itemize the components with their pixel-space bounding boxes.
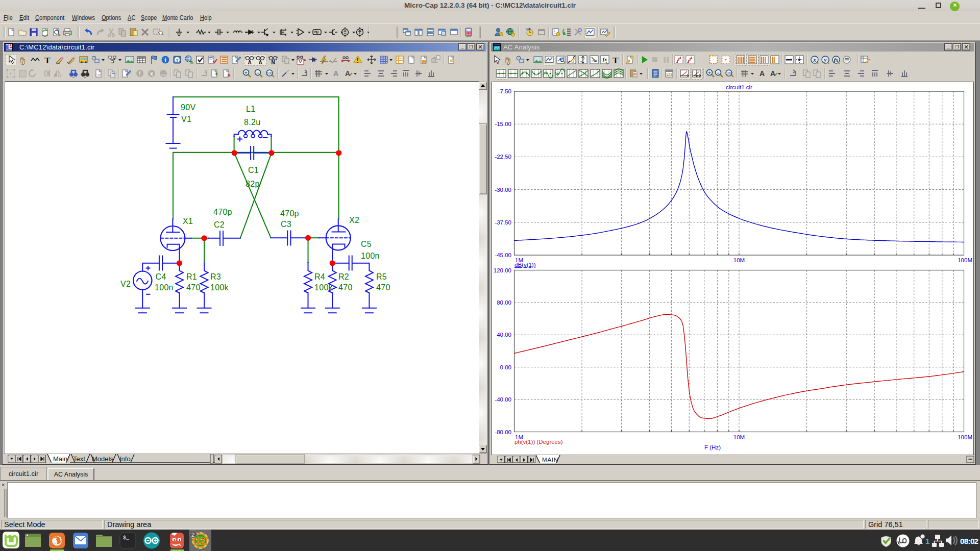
svg-text:A: A (248, 60, 251, 65)
svg-text:C4: C4 (156, 272, 166, 281)
svg-text:T: T (44, 56, 51, 65)
svg-text:$_: $_ (123, 535, 130, 541)
svg-text:-40.00: -40.00 (495, 396, 511, 403)
svg-text:-30.00: -30.00 (495, 187, 511, 193)
svg-text:8.2u: 8.2u (244, 118, 260, 127)
svg-text:V2: V2 (120, 280, 131, 288)
svg-text:-22.50: -22.50 (495, 154, 511, 160)
svg-text:C3: C3 (281, 220, 291, 229)
svg-text:-15.00: -15.00 (495, 121, 511, 127)
svg-text:123: 123 (666, 72, 673, 77)
svg-text:?: ? (176, 58, 179, 63)
svg-text:fx: fx (834, 57, 838, 63)
svg-text:V: V (299, 59, 302, 64)
svg-text:−: − (717, 70, 719, 76)
svg-text:100M: 100M (958, 434, 972, 440)
svg-text:+: + (244, 70, 247, 76)
svg-text:fx: fx (603, 57, 607, 62)
svg-text:100: 100 (267, 71, 273, 75)
svg-text:-7.50: -7.50 (498, 88, 511, 94)
svg-text:100k: 100k (210, 283, 229, 292)
svg-text:A: A (760, 69, 765, 78)
svg-text:R3: R3 (210, 272, 221, 281)
svg-text:12: 12 (195, 536, 206, 546)
svg-text:100M: 100M (958, 257, 972, 263)
svg-text:2: 2 (191, 532, 194, 538)
svg-text:100k: 100k (314, 283, 333, 292)
svg-text:!: ! (139, 71, 140, 77)
svg-text:R1: R1 (186, 272, 197, 281)
svg-text:F (Hz): F (Hz) (704, 444, 721, 450)
svg-text:C5: C5 (361, 240, 372, 248)
svg-text:40.00: 40.00 (497, 332, 511, 338)
svg-text:X2: X2 (349, 216, 359, 224)
svg-text:circuit1.cir: circuit1.cir (726, 84, 752, 90)
svg-text:90V: 90V (181, 103, 195, 112)
svg-text:0.00: 0.00 (500, 364, 511, 370)
svg-text:Info: Info (119, 455, 131, 463)
svg-text:C2: C2 (214, 220, 225, 229)
svg-text:R5: R5 (376, 272, 387, 281)
svg-text:1: 1 (925, 537, 929, 545)
svg-text:120.00: 120.00 (494, 267, 511, 273)
svg-text:C1: C1 (248, 166, 259, 174)
svg-text:X1: X1 (183, 217, 193, 226)
svg-text:Text: Text (73, 455, 85, 463)
svg-text:…: … (161, 71, 166, 77)
svg-text:-37.50: -37.50 (495, 219, 511, 226)
svg-text:A: A (333, 69, 338, 78)
svg-text:-45.00: -45.00 (495, 252, 511, 258)
svg-text:ph(v(1)) (Degrees): ph(v(1)) (Degrees) (514, 439, 563, 445)
svg-text:V1: V1 (181, 115, 191, 123)
svg-text:x: x (150, 71, 153, 77)
svg-text:Models: Models (92, 455, 113, 463)
svg-text:10M: 10M (733, 257, 745, 263)
svg-text:A: A (770, 69, 775, 78)
svg-text:x: x (813, 57, 816, 63)
svg-text:08:02: 08:02 (960, 537, 978, 545)
svg-text:-80.00: -80.00 (495, 429, 511, 435)
svg-text:100n: 100n (361, 252, 380, 260)
svg-text:100: 100 (726, 71, 732, 75)
svg-text:10M: 10M (733, 434, 745, 440)
svg-text:A: A (345, 69, 350, 78)
svg-text:R4: R4 (314, 272, 325, 281)
svg-text:+: + (708, 70, 710, 76)
svg-text:Main: Main (53, 455, 67, 463)
svg-text:470p: 470p (280, 209, 299, 218)
svg-text:470: 470 (186, 283, 201, 292)
svg-text:A: A (258, 60, 262, 65)
svg-text:470p: 470p (213, 208, 232, 216)
svg-text:N: N (271, 60, 275, 65)
svg-text:470: 470 (376, 283, 390, 292)
svg-text:T: T (612, 56, 619, 65)
svg-text:80.00: 80.00 (497, 299, 511, 306)
svg-text:R2: R2 (338, 272, 349, 281)
svg-text:y: y (824, 57, 827, 63)
svg-text:dB(v(1)): dB(v(1)) (514, 262, 536, 268)
svg-text:100n: 100n (155, 283, 174, 292)
svg-text:82p: 82p (246, 180, 260, 188)
svg-text:−: − (256, 70, 259, 76)
svg-text:470: 470 (338, 283, 353, 292)
svg-text:L1: L1 (246, 105, 255, 113)
svg-text:MAIN: MAIN (542, 457, 558, 463)
